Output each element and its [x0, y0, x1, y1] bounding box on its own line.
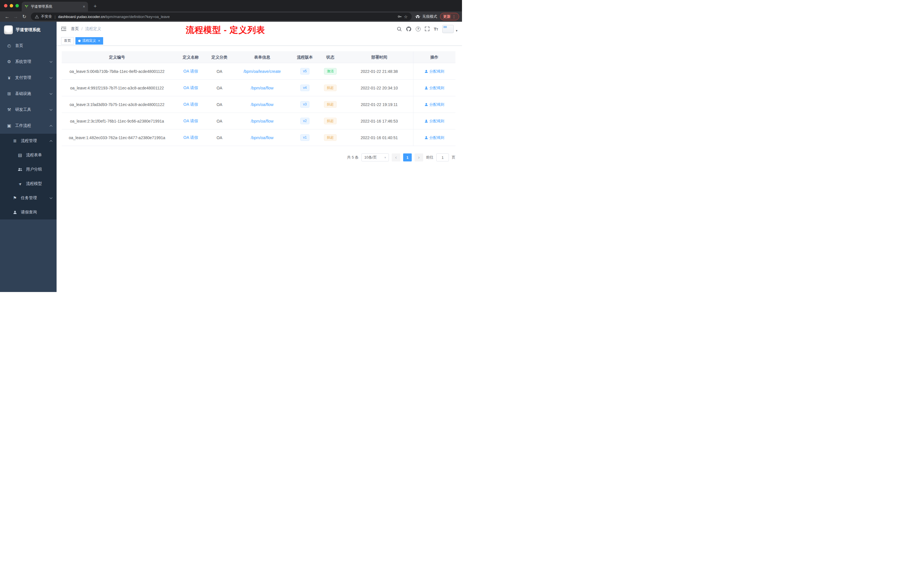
sidebar-item-workflow[interactable]: 工作流程 [0, 118, 56, 134]
reload-button[interactable]: ↻ [20, 14, 28, 19]
sidebar-item-process-model[interactable]: 流程模型 [0, 177, 56, 191]
cell-status: 挂起 [315, 80, 345, 96]
workflow-submenu: 流程管理 流程表单 用户分组 流程模型 [0, 134, 56, 219]
page-1-button[interactable]: 1 [403, 153, 412, 162]
sidebar-item-user-group[interactable]: 用户分组 [0, 162, 56, 177]
sidebar-item-process-management[interactable]: 流程管理 [0, 134, 56, 148]
sidebar-menu: 首页 系统管理 支付管理 基础设施 研发工具 [0, 38, 56, 219]
back-button[interactable]: ← [3, 14, 12, 19]
tab-close-icon[interactable]: × [83, 5, 85, 8]
col-operation: 操作 [413, 52, 455, 63]
cell-status: 挂起 [315, 113, 345, 129]
cell-definition-name: OA 请假 [172, 80, 209, 96]
update-button[interactable]: 更新 ⋮ [440, 13, 459, 20]
tag-home[interactable]: 首页 [61, 37, 74, 45]
cell-deploy-time: 2022-01-22 21:48:38 [345, 63, 413, 80]
cell-status: 挂起 [315, 129, 345, 146]
cell-deploy-time: 2022-01-22 20:34:10 [345, 80, 413, 96]
col-definition-category: 定义分类 [209, 52, 230, 63]
assign-rule-link[interactable]: 分配规则 [424, 135, 444, 140]
form-link[interactable]: /bpm/oa/flow [251, 119, 274, 124]
col-form-info: 表单信息 [230, 52, 295, 63]
github-icon[interactable] [406, 26, 411, 32]
font-size-icon[interactable]: TT [434, 27, 438, 31]
definition-name-link[interactable]: OA 请假 [183, 86, 198, 90]
assign-rule-link[interactable]: 分配规则 [424, 102, 444, 107]
page-size-select[interactable]: 10条/页 ▾ [361, 153, 389, 162]
forward-button[interactable]: → [12, 14, 20, 19]
breadcrumb-home[interactable]: 首页 [71, 26, 79, 31]
form-link[interactable]: /bpm/oa/flow [251, 86, 274, 90]
chevron-down-icon [50, 196, 53, 199]
assign-rule-link[interactable]: 分配规则 [424, 86, 444, 91]
bookmark-star-icon[interactable]: ☆ [404, 15, 408, 19]
maximize-window-button[interactable] [15, 4, 19, 7]
new-tab-button[interactable]: + [91, 3, 99, 10]
main-panel: 首页 / 流程定义 流程模型 - 定义列表 ? TT ▾ [56, 22, 462, 292]
cell-definition-name: OA 请假 [172, 96, 209, 113]
prev-page-button[interactable]: ‹ [392, 153, 400, 162]
sidebar-item-payment-management[interactable]: 支付管理 [0, 70, 56, 86]
sidebar-item-system-management[interactable]: 系统管理 [0, 54, 56, 70]
status-badge: 激活 [324, 68, 337, 74]
form-icon [17, 153, 23, 158]
goto-page-input[interactable] [436, 153, 449, 162]
close-window-button[interactable] [4, 4, 7, 7]
dashboard-icon [6, 43, 12, 48]
incognito-badge: 无痕模式 [415, 14, 437, 19]
sidebar-toggle-button[interactable] [61, 26, 66, 31]
form-link[interactable]: /bpm/oa/flow [251, 102, 274, 107]
url-separator: | [54, 15, 55, 19]
cell-definition-name: OA 请假 [172, 129, 209, 146]
sidebar-item-leave-query[interactable]: 请假查询 [0, 205, 56, 219]
chevron-down-icon: ▾ [384, 156, 386, 159]
definition-name-link[interactable]: OA 请假 [183, 69, 198, 73]
sidebar-item-task-management[interactable]: 任务管理 [0, 191, 56, 205]
version-badge: v1 [300, 134, 310, 141]
table-row: oa_leave:2:3c1f0ef1-76b1-11ec-9c66-a2380… [62, 113, 455, 129]
sidebar-item-process-form[interactable]: 流程表单 [0, 148, 56, 162]
fullscreen-icon[interactable] [425, 26, 429, 31]
assign-rule-link[interactable]: 分配规则 [424, 69, 444, 74]
avatar-caret-icon[interactable]: ▾ [456, 29, 457, 33]
tag-close-icon[interactable]: × [98, 39, 100, 43]
browser-menu-icon[interactable]: ⋮ [452, 14, 456, 19]
cell-definition-id: oa_leave:2:3c1f0ef1-76b1-11ec-9c66-a2380… [62, 113, 172, 129]
sidebar: 芋道管理系统 首页 系统管理 支付管理 基础设施 [0, 22, 56, 292]
flag-icon [12, 195, 18, 201]
pagination-total: 共 5 条 [347, 155, 358, 160]
cell-status: 激活 [315, 63, 345, 80]
next-page-button[interactable]: › [414, 153, 423, 162]
sidebar-item-infrastructure[interactable]: 基础设施 [0, 86, 56, 102]
sidebar-item-home[interactable]: 首页 [0, 38, 56, 54]
assign-rule-link[interactable]: 分配规则 [424, 119, 444, 124]
search-icon[interactable] [397, 26, 402, 31]
form-link[interactable]: /bpm/oa/flow [251, 135, 274, 140]
col-definition-name: 定义名称 [172, 52, 209, 63]
browser-tab[interactable]: 芋道管理系统 × [22, 2, 88, 12]
tag-process-definition[interactable]: 流程定义 × [76, 37, 103, 45]
app-logo[interactable]: 芋道管理系统 [0, 22, 56, 38]
cell-deploy-time: 2022-01-16 01:40:51 [345, 129, 413, 146]
chevron-up-icon [50, 140, 53, 143]
status-badge: 挂起 [324, 101, 337, 108]
password-key-icon[interactable] [398, 14, 402, 19]
user-avatar[interactable] [442, 25, 454, 33]
status-badge: 挂起 [324, 84, 337, 91]
sidebar-item-dev-tools[interactable]: 研发工具 [0, 102, 56, 118]
definition-name-link[interactable]: OA 请假 [183, 119, 198, 123]
active-tag-dot [78, 40, 81, 42]
cell-definition-id: oa_leave:1:482ec033-762a-11ec-8477-a2380… [62, 129, 172, 146]
cell-definition-name: OA 请假 [172, 113, 209, 129]
address-bar[interactable]: 不安全 | dashboard.yudao.iocoder.cn/bpm/man… [31, 13, 412, 21]
form-link[interactable]: /bpm/oa/leave/create [243, 69, 281, 74]
top-navbar: 首页 / 流程定义 流程模型 - 定义列表 ? TT ▾ [56, 22, 462, 36]
cell-form-info: /bpm/oa/flow [230, 96, 295, 113]
definition-name-link[interactable]: OA 请假 [183, 102, 198, 107]
definition-name-link[interactable]: OA 请假 [183, 135, 198, 140]
cell-operation: 分配规则 [413, 80, 455, 96]
minimize-window-button[interactable] [10, 4, 13, 7]
cell-deploy-time: 2022-01-22 19:19:11 [345, 96, 413, 113]
cell-deploy-time: 2022-01-16 17:46:53 [345, 113, 413, 129]
help-icon[interactable]: ? [416, 26, 421, 31]
